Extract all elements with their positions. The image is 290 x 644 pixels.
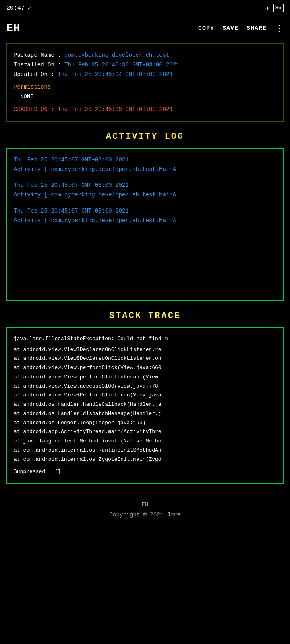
footer: EH Copyright © 2021 Jore bbox=[0, 493, 290, 526]
airplane-icon: ✈ bbox=[265, 4, 270, 12]
log-timestamp-1: Thu Feb 25 20:45:07 GMT+03:00 2021 bbox=[14, 155, 276, 165]
stack-line-item: at android.view.View$DeclaredOnClickList… bbox=[14, 345, 276, 355]
share-button[interactable]: SHARE bbox=[246, 25, 267, 32]
activity-log-title: ACTIVITY LOG bbox=[0, 132, 290, 142]
installed-on-label: Installed On : bbox=[14, 62, 61, 68]
stack-line-item: at android.view.View.access$3100(View.ja… bbox=[14, 382, 276, 391]
package-name-value: com.cyberking.developer.eh.test bbox=[64, 52, 169, 58]
copy-button[interactable]: COPY bbox=[198, 25, 214, 32]
footer-copyright: Copyright © 2021 Jore bbox=[6, 510, 284, 520]
stack-line-item: at android.os.Handler.dispatchMessage(Ha… bbox=[14, 409, 276, 419]
more-options-icon[interactable]: ⋮ bbox=[275, 23, 284, 34]
stack-suppressed: Suppressed : [] bbox=[14, 467, 276, 477]
status-bar: 20:47 ✓ ✈ 86 bbox=[0, 0, 290, 16]
info-card: Package Name : com.cyberking.developer.e… bbox=[6, 43, 284, 122]
permissions-value: NONE bbox=[20, 92, 276, 102]
status-left: 20:47 ✓ bbox=[6, 5, 31, 12]
battery-indicator: 86 bbox=[273, 4, 284, 12]
stack-line-item: at android.app.ActivityThread.main(Activ… bbox=[14, 427, 276, 437]
stack-line-item: at android.os.Looper.loop(Looper.java:19… bbox=[14, 419, 276, 428]
installed-on-value: Thu Feb 25 20:40:30 GMT+03:00 2021 bbox=[64, 62, 180, 68]
updated-on-line: Updated On : Thu Feb 25 20:45:04 GMT+03:… bbox=[14, 70, 276, 80]
installed-on-line: Installed On : Thu Feb 25 20:40:30 GMT+0… bbox=[14, 60, 276, 70]
log-activity-2: Activity [ com.cyberking.developer.eh.te… bbox=[14, 190, 276, 200]
stack-line-item: at android.view.View$PerformClick.run(Vi… bbox=[14, 391, 276, 400]
package-name-line: Package Name : com.cyberking.developer.e… bbox=[14, 51, 276, 60]
log-activity-1: Activity [ com.cyberking.developer.eh.te… bbox=[14, 165, 276, 175]
status-right: ✈ 86 bbox=[265, 4, 284, 12]
log-entry-3: Thu Feb 25 20:45:07 GMT+03:00 2021 Activ… bbox=[14, 206, 276, 226]
permissions-label: Permissions bbox=[14, 83, 276, 92]
status-time: 20:47 bbox=[6, 5, 25, 12]
log-timestamp-2: Thu Feb 25 20:45:07 GMT+03:00 2021 bbox=[14, 181, 276, 190]
log-entry-1: Thu Feb 25 20:45:07 GMT+03:00 2021 Activ… bbox=[14, 155, 276, 175]
stack-exception: java.lang.IllegalStateException: Could n… bbox=[14, 334, 276, 344]
log-activity-3: Activity [ com.cyberking.developer.eh.te… bbox=[14, 216, 276, 226]
stack-line-item: at android.view.View.performClick(View.j… bbox=[14, 363, 276, 373]
footer-app-name: EH bbox=[6, 500, 284, 510]
app-bar: EH COPY SAVE SHARE ⋮ bbox=[0, 16, 290, 40]
crashed-on-line: CRASHED ON : Thu Feb 25 20:45:09 GMT+03:… bbox=[14, 105, 276, 115]
stack-line-item: at android.os.Handler.handleCallback(Han… bbox=[14, 400, 276, 409]
stack-line-item: at com.android.internal.os.RuntimeInit$M… bbox=[14, 446, 276, 455]
status-check-icon: ✓ bbox=[28, 5, 31, 12]
updated-on-label: Updated On : bbox=[14, 71, 54, 78]
stack-line-item: at android.view.View$DeclaredOnClickList… bbox=[14, 354, 276, 363]
app-title: EH bbox=[6, 22, 198, 35]
crashed-on-value: : Thu Feb 25 20:45:09 GMT+03:00 2021 bbox=[51, 106, 172, 113]
stack-lines: at android.view.View$DeclaredOnClickList… bbox=[14, 345, 276, 464]
stack-line-item: at com.android.internal.os.ZygoteInit.ma… bbox=[14, 455, 276, 464]
updated-on-value: Thu Feb 25 20:45:04 GMT+03:00 2021 bbox=[58, 71, 173, 78]
stack-line-item: at java.lang.reflect.Method.invoke(Nativ… bbox=[14, 437, 276, 446]
log-timestamp-3: Thu Feb 25 20:45:07 GMT+03:00 2021 bbox=[14, 206, 276, 216]
save-button[interactable]: SAVE bbox=[222, 25, 238, 32]
app-bar-actions: COPY SAVE SHARE ⋮ bbox=[198, 23, 284, 34]
package-name-label: Package Name : bbox=[14, 52, 61, 58]
stack-line-item: at android.view.View.performClickInterna… bbox=[14, 373, 276, 382]
stack-trace-title: STACK TRACE bbox=[0, 311, 290, 321]
crashed-on-label: CRASHED ON bbox=[14, 106, 48, 113]
activity-log-card: Thu Feb 25 20:45:07 GMT+03:00 2021 Activ… bbox=[6, 148, 284, 301]
log-entry-2: Thu Feb 25 20:45:07 GMT+03:00 2021 Activ… bbox=[14, 181, 276, 200]
stack-trace-card: java.lang.IllegalStateException: Could n… bbox=[6, 327, 284, 484]
